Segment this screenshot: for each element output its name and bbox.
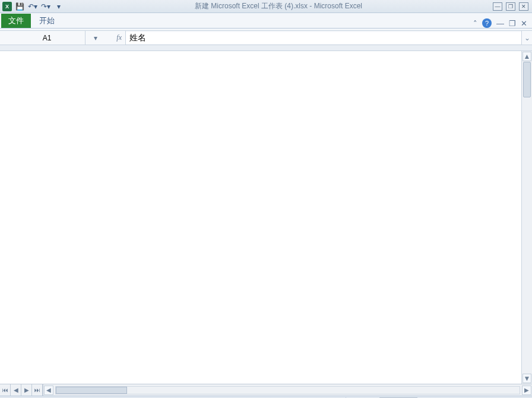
close-button[interactable]: ✕: [519, 2, 528, 11]
mdi-close-icon[interactable]: ✕: [521, 19, 527, 28]
scroll-right-icon[interactable]: ▶: [522, 386, 531, 395]
sheet-nav: ⏮ ◀ ▶ ⏭: [0, 384, 43, 396]
quick-access-toolbar: X 💾 ↶▾ ↷▾ ▾: [0, 1, 64, 12]
horizontal-scrollbar[interactable]: ◀ ▶: [43, 384, 532, 396]
formula-input[interactable]: [126, 32, 521, 44]
hscroll-track[interactable]: [55, 386, 520, 394]
window-controls: — ❐ ✕: [493, 2, 532, 11]
save-icon[interactable]: 💾: [14, 1, 25, 12]
mdi-restore-icon[interactable]: ❐: [509, 19, 516, 28]
sheet-nav-prev-icon[interactable]: ◀: [11, 384, 21, 396]
restore-button[interactable]: ❐: [506, 2, 515, 11]
mdi-minimize-icon[interactable]: —: [496, 19, 504, 28]
hscroll-thumb[interactable]: [56, 387, 127, 394]
help-icon[interactable]: ?: [482, 18, 492, 28]
name-box-input[interactable]: [0, 34, 94, 42]
fx-icon[interactable]: fx: [116, 33, 122, 42]
sheet-nav-next-icon[interactable]: ▶: [21, 384, 32, 396]
sheet-nav-first-icon[interactable]: ⏮: [0, 384, 11, 396]
ribbon-collapse-icon[interactable]: ˄: [473, 19, 477, 28]
formula-bar: ▾ fx ⌄: [0, 31, 532, 45]
scroll-up-icon[interactable]: ▲: [522, 52, 531, 61]
redo-icon[interactable]: ↷▾: [40, 1, 51, 12]
ribbon-tab-0[interactable]: 开始: [31, 14, 63, 28]
grid-top-spacer: [0, 45, 532, 51]
sheet-nav-last-icon[interactable]: ⏭: [32, 384, 43, 396]
undo-icon[interactable]: ↶▾: [27, 1, 38, 12]
file-tab[interactable]: 文件: [1, 14, 31, 28]
scroll-left-icon[interactable]: ◀: [44, 386, 53, 395]
sheet-tab-bar: ⏮ ◀ ▶ ⏭ ◀ ▶: [0, 384, 532, 396]
ribbon-tabs: 文件 开始 ˄ ? — ❐ ✕: [0, 13, 532, 29]
excel-icon: X: [2, 2, 12, 11]
vertical-scrollbar[interactable]: ▲ ▼: [521, 51, 532, 384]
name-box[interactable]: ▾: [0, 31, 86, 45]
grid-area: ▲ ▼: [0, 51, 532, 384]
window-title: 新建 Microsoft Excel 工作表 (4).xlsx - Micros…: [64, 1, 493, 11]
status-bar: 就绪 计数: 3 ▦ ▤ ▭ 100% − +: [0, 396, 532, 398]
vscroll-thumb[interactable]: [523, 62, 531, 97]
formula-buttons: fx: [86, 31, 126, 45]
vscroll-track[interactable]: [522, 62, 532, 373]
minimize-button[interactable]: —: [493, 2, 502, 11]
qat-dropdown-icon[interactable]: ▾: [53, 1, 64, 12]
formula-expand-icon[interactable]: ⌄: [521, 31, 532, 45]
scroll-down-icon[interactable]: ▼: [522, 374, 531, 383]
title-bar: X 💾 ↶▾ ↷▾ ▾ 新建 Microsoft Excel 工作表 (4).x…: [0, 0, 532, 13]
